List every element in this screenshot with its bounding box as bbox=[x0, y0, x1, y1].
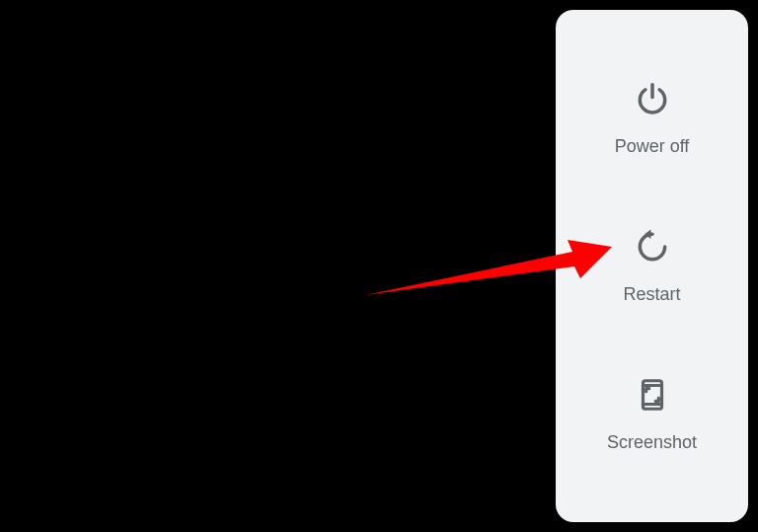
power-icon bbox=[633, 79, 672, 118]
power-off-label: Power off bbox=[615, 136, 690, 157]
screenshot-icon bbox=[633, 375, 672, 415]
restart-button[interactable]: Restart bbox=[556, 227, 748, 305]
power-menu: Power off Restart Screenshot bbox=[556, 10, 748, 522]
restart-label: Restart bbox=[623, 284, 680, 305]
screenshot-button[interactable]: Screenshot bbox=[556, 375, 748, 453]
screenshot-label: Screenshot bbox=[607, 432, 697, 453]
power-off-button[interactable]: Power off bbox=[556, 79, 748, 157]
restart-icon bbox=[633, 227, 672, 266]
